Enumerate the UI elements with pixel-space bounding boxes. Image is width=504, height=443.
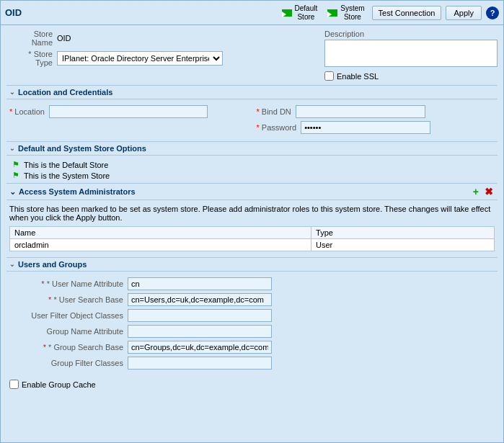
collapse-icon3: ⌄ — [9, 187, 16, 197]
table-header-row: Name Type — [10, 227, 495, 239]
page-title: OID — [5, 7, 275, 18]
access-admin-title: Access System Administrators — [19, 187, 136, 196]
system-store-icon — [327, 9, 337, 17]
location-section-header[interactable]: ⌄ Location and Credentials — [6, 85, 498, 99]
users-groups-form: * User Name Attribute * User Search Base… — [6, 274, 498, 375]
group-name-attr-input[interactable] — [128, 325, 272, 338]
header: OID DefaultStore SystemStore Test Connec… — [1, 1, 503, 25]
bind-dn-field: Bind DN cn=orcladmin — [257, 105, 495, 118]
group-search-base-input[interactable] — [128, 341, 272, 354]
description-textarea[interactable] — [324, 40, 498, 67]
table-col-type: Type — [311, 227, 495, 239]
store-name-value: OID — [57, 34, 71, 42]
system-flag-icon: ⚑ — [12, 171, 19, 180]
add-admin-button[interactable]: + — [472, 186, 480, 197]
ssl-row: Enable SSL — [324, 71, 498, 81]
test-connection-button[interactable]: Test Connection — [372, 6, 442, 20]
table-col-name: Name — [10, 227, 311, 239]
password-input[interactable] — [301, 121, 430, 134]
password-field: Password — [257, 121, 495, 134]
group-name-attr-field: Group Name Attribute — [12, 325, 492, 338]
store-type-label: * StoreType — [6, 50, 57, 67]
user-filter-classes-input[interactable] — [128, 309, 272, 322]
group-filter-classes-label: Group Filter Classes — [12, 359, 128, 367]
help-button[interactable]: ? — [486, 6, 499, 19]
location-input[interactable]: sample_host.uk.example.com:3060 — [49, 105, 208, 118]
location-section-content: Location sample_host.uk.example.com:3060… — [6, 102, 498, 141]
store-options-content: ⚑ This is the Default Store ⚑ This is th… — [6, 158, 498, 183]
location-form: Location sample_host.uk.example.com:3060… — [6, 105, 498, 137]
collapse-icon4: ⌄ — [9, 261, 15, 268]
store-name-row: StoreName OID — [6, 30, 319, 47]
apply-button[interactable]: Apply — [446, 6, 482, 20]
location-section-title: Location and Credentials — [18, 88, 112, 97]
store-name-label: StoreName — [6, 30, 57, 47]
user-search-base-label: * User Search Base — [12, 295, 128, 304]
enable-group-cache-label: Enable Group Cache — [22, 380, 96, 389]
group-search-base-field: * Group Search Base — [12, 341, 492, 354]
system-store-text: This is the System Store — [24, 171, 110, 180]
enable-ssl-checkbox[interactable] — [324, 71, 334, 81]
admin-name-cell: orcladmin — [10, 239, 311, 251]
access-admin-note: This store has been marked to be set as … — [6, 203, 498, 226]
default-store-button[interactable]: DefaultStore — [279, 3, 321, 23]
collapse-icon2: ⌄ — [9, 145, 15, 152]
users-groups-section-title: Users and Groups — [18, 260, 87, 269]
user-filter-classes-field: User Filter Object Classes — [12, 309, 492, 322]
access-admin-section-header[interactable]: ⌄ Access System Administrators + ✖ — [6, 183, 498, 200]
user-name-attr-input[interactable] — [128, 277, 272, 290]
default-store-icon — [282, 9, 292, 17]
delete-admin-button[interactable]: ✖ — [483, 186, 495, 197]
location-label: Location — [9, 107, 49, 116]
password-label: Password — [257, 123, 301, 132]
group-search-base-label: * Group Search Base — [12, 343, 128, 352]
group-filter-classes-field: Group Filter Classes — [12, 357, 492, 370]
default-store-label: DefaultStore — [295, 4, 318, 22]
admin-type-cell: User — [311, 239, 495, 251]
collapse-icon: ⌄ — [9, 89, 15, 96]
table-row: orcladmin User — [10, 239, 495, 251]
bind-dn-label: Bind DN — [257, 107, 296, 116]
location-field: Location sample_host.uk.example.com:3060 — [9, 105, 248, 118]
store-info-right: Description Enable SSL — [324, 30, 498, 81]
user-search-base-field: * User Search Base — [12, 293, 492, 306]
default-store-text: This is the Default Store — [24, 161, 108, 169]
system-store-label: SystemStore — [340, 4, 364, 22]
users-groups-section-header[interactable]: ⌄ Users and Groups — [6, 257, 498, 272]
group-filter-classes-input[interactable] — [128, 357, 272, 370]
enable-group-cache-checkbox[interactable] — [9, 380, 19, 389]
store-type-row: * StoreType IPlanet: Oracle Directory Se… — [6, 50, 319, 67]
main-container: OID DefaultStore SystemStore Test Connec… — [0, 0, 504, 443]
top-form: StoreName OID * StoreType IPlanet: Oracl… — [6, 30, 498, 81]
default-store-item: ⚑ This is the Default Store — [12, 160, 492, 169]
location-left: Location sample_host.uk.example.com:3060 — [9, 105, 248, 121]
location-right: Bind DN cn=orcladmin Password — [257, 105, 495, 137]
default-system-section-title: Default and System Store Options — [18, 144, 146, 153]
enable-group-cache-row: Enable Group Cache — [6, 375, 498, 393]
system-store-item: ⚑ This is the System Store — [12, 171, 492, 180]
description-label: Description — [324, 30, 498, 38]
system-store-button[interactable]: SystemStore — [324, 3, 367, 23]
admin-table: Name Type orcladmin User — [9, 226, 495, 251]
content-area: StoreName OID * StoreType IPlanet: Oracl… — [1, 25, 503, 442]
user-search-base-input[interactable] — [128, 293, 272, 306]
bind-dn-input[interactable]: cn=orcladmin — [296, 105, 425, 118]
user-filter-classes-label: User Filter Object Classes — [12, 311, 128, 320]
default-system-section-header[interactable]: ⌄ Default and System Store Options — [6, 141, 498, 156]
user-name-attr-label: * User Name Attribute — [12, 279, 128, 288]
group-name-attr-label: Group Name Attribute — [12, 327, 128, 336]
store-info-left: StoreName OID * StoreType IPlanet: Oracl… — [6, 30, 319, 81]
enable-ssl-label: Enable SSL — [337, 72, 379, 81]
user-name-attr-field: * User Name Attribute — [12, 277, 492, 290]
default-flag-icon: ⚑ — [12, 160, 19, 169]
store-type-select[interactable]: IPlanet: Oracle Directory Server Enterpr… — [57, 51, 223, 66]
